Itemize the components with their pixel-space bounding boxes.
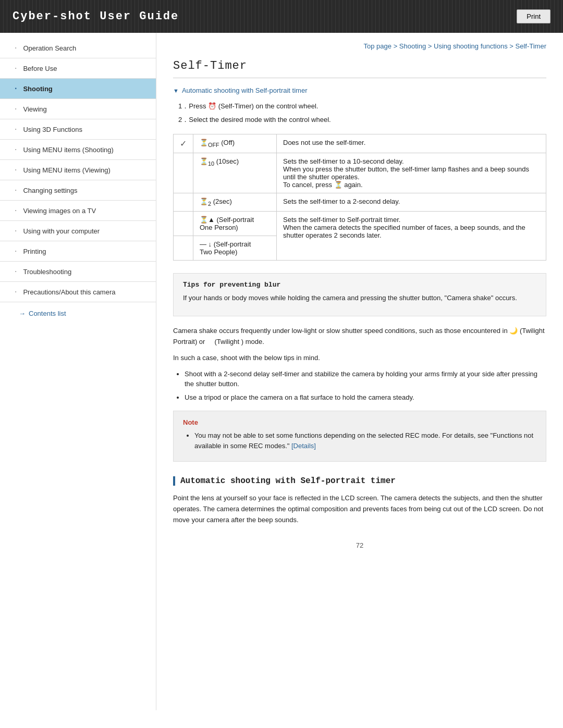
page-title: Self-Timer bbox=[173, 59, 546, 78]
check-cell: ✓ bbox=[174, 134, 193, 153]
note-list: You may not be able to set some function… bbox=[183, 430, 536, 451]
list-item: You may not be able to set some function… bbox=[194, 430, 536, 451]
desc-cell: Does not use the self-timer. bbox=[277, 134, 546, 153]
sidebar-item-viewing[interactable]: Viewing bbox=[0, 99, 156, 119]
table-row: ⏳2 (2sec) Sets the self-timer to a 2-sec… bbox=[174, 193, 546, 212]
sidebar-item-shooting[interactable]: Shooting bbox=[0, 79, 156, 99]
table-row: ⏳▲ (Self-portraitOne Person) Sets the se… bbox=[174, 211, 546, 236]
contents-list-link[interactable]: Contents list bbox=[0, 302, 156, 325]
sidebar-item-changing-settings[interactable]: Changing settings bbox=[0, 180, 156, 201]
breadcrumb-top[interactable]: Top page bbox=[364, 42, 392, 50]
breadcrumb-shooting[interactable]: Shooting bbox=[399, 42, 426, 50]
page-layout: Operation Search Before Use Shooting Vie… bbox=[0, 33, 563, 710]
tips-box: Tips for preventing blur If your hands o… bbox=[173, 273, 546, 317]
sidebar-item-viewing-tv[interactable]: Viewing images on a TV bbox=[0, 201, 156, 221]
desc-cell: Sets the self-timer to a 10-second delay… bbox=[277, 153, 546, 193]
auto-section-body: Point the lens at yourself so your face … bbox=[173, 493, 546, 525]
sidebar: Operation Search Before Use Shooting Vie… bbox=[0, 33, 156, 710]
breadcrumb-current: Self-Timer bbox=[516, 42, 546, 50]
sidebar-item-troubleshooting[interactable]: Troubleshooting bbox=[0, 262, 156, 282]
steps-list: 1．Press ⏰ (Self-Timer) on the control wh… bbox=[173, 102, 546, 125]
sidebar-item-menu-shooting[interactable]: Using MENU items (Shooting) bbox=[0, 140, 156, 160]
sidebar-item-printing[interactable]: Printing bbox=[0, 241, 156, 262]
mode-cell: ⏳2 (2sec) bbox=[193, 193, 277, 212]
desc-cell: Sets the self-timer to Self-portrait tim… bbox=[277, 211, 546, 260]
main-content: Top page > Shooting > Using shooting fun… bbox=[156, 33, 563, 710]
note-title: Note bbox=[183, 418, 536, 426]
check-cell bbox=[174, 193, 193, 212]
tips-body: If your hands or body moves while holdin… bbox=[183, 293, 536, 304]
table-row: ⏳10 (10sec) Sets the self-timer to a 10-… bbox=[174, 153, 546, 193]
mode-cell: ⏳▲ (Self-portraitOne Person) bbox=[193, 211, 277, 236]
app-title: Cyber-shot User Guide bbox=[13, 10, 179, 23]
breadcrumb: Top page > Shooting > Using shooting fun… bbox=[173, 42, 546, 50]
sidebar-item-using-3d[interactable]: Using 3D Functions bbox=[0, 119, 156, 140]
header: Cyber-shot User Guide Print bbox=[0, 0, 563, 33]
tips-title: Tips for preventing blur bbox=[183, 281, 536, 289]
body-text-2: In such a case, shoot with the below tip… bbox=[173, 353, 546, 364]
step-1: 1．Press ⏰ (Self-Timer) on the control wh… bbox=[178, 102, 546, 111]
page-footer: 72 bbox=[173, 531, 546, 554]
print-button[interactable]: Print bbox=[517, 9, 550, 23]
sidebar-item-before-use[interactable]: Before Use bbox=[0, 58, 156, 79]
sidebar-item-operation-search[interactable]: Operation Search bbox=[0, 38, 156, 58]
table-row: ✓ ⏳OFF (Off) Does not use the self-timer… bbox=[174, 134, 546, 153]
auto-portrait-heading[interactable]: Automatic shooting with Self-portrait ti… bbox=[173, 87, 546, 94]
note-box: Note You may not be able to set some fun… bbox=[173, 411, 546, 462]
list-item: Shoot with a 2-second delay self-timer a… bbox=[185, 369, 546, 389]
sidebar-item-precautions[interactable]: Precautions/About this camera bbox=[0, 282, 156, 302]
mode-cell: — ↓ (Self-portraitTwo People) bbox=[193, 236, 277, 260]
details-link[interactable]: [Details] bbox=[291, 442, 316, 450]
auto-section-title: Automatic shooting with Self-portrait ti… bbox=[173, 476, 546, 486]
timer-table: ✓ ⏳OFF (Off) Does not use the self-timer… bbox=[173, 134, 546, 261]
check-cell bbox=[174, 236, 193, 260]
check-cell bbox=[174, 153, 193, 193]
mode-cell: ⏳OFF (Off) bbox=[193, 134, 277, 153]
list-item: Use a tripod or place the camera on a fl… bbox=[185, 392, 546, 403]
sidebar-item-menu-viewing[interactable]: Using MENU items (Viewing) bbox=[0, 160, 156, 180]
check-cell bbox=[174, 211, 193, 236]
step-2: 2．Select the desired mode with the contr… bbox=[178, 115, 546, 125]
desc-cell: Sets the self-timer to a 2-second delay. bbox=[277, 193, 546, 212]
page-number: 72 bbox=[356, 541, 363, 549]
body-text-1: Camera shake occurs frequently under low… bbox=[173, 326, 546, 348]
bullet-list: Shoot with a 2-second delay self-timer a… bbox=[173, 369, 546, 403]
breadcrumb-using-shooting[interactable]: Using shooting functions bbox=[434, 42, 508, 50]
mode-cell: ⏳10 (10sec) bbox=[193, 153, 277, 193]
sidebar-item-computer[interactable]: Using with your computer bbox=[0, 221, 156, 241]
